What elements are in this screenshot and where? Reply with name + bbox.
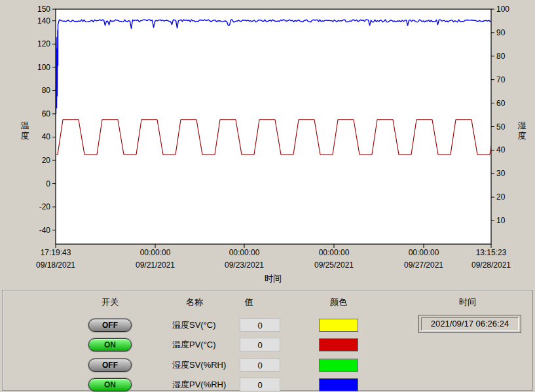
temp-sv-toggle-button[interactable]: OFF (88, 319, 132, 332)
svg-text:17:19:43: 17:19:43 (41, 248, 71, 257)
svg-text:湿: 湿 (518, 120, 526, 130)
column-header-color: 颜色 (330, 296, 347, 308)
svg-text:00:00:00: 00:00:00 (319, 248, 350, 257)
svg-text:温: 温 (21, 120, 29, 130)
svg-text:09/21/2021: 09/21/2021 (136, 260, 175, 270)
svg-text:时间: 时间 (265, 274, 282, 283)
svg-text:100: 100 (37, 63, 50, 72)
channel-color-swatch[interactable] (319, 359, 358, 372)
channel-value-indicator: 0 (240, 358, 280, 372)
svg-text:60: 60 (42, 109, 51, 118)
recorder-app-window: 150140120100806040200-20-401009080706050… (0, 0, 535, 392)
channel-value-indicator: 0 (240, 338, 280, 351)
svg-text:度: 度 (518, 131, 526, 141)
svg-text:09/23/2021: 09/23/2021 (225, 260, 264, 270)
channel-color-swatch[interactable] (319, 338, 358, 351)
svg-text:150: 150 (37, 5, 50, 14)
svg-text:度: 度 (21, 131, 29, 141)
svg-text:70: 70 (496, 75, 506, 84)
channel-value-indicator: 0 (240, 378, 280, 391)
svg-text:0: 0 (46, 179, 50, 188)
column-header-value: 值 (245, 296, 253, 308)
svg-text:90: 90 (496, 28, 506, 37)
svg-text:80: 80 (42, 86, 51, 95)
channel-value-indicator: 0 (240, 318, 280, 332)
svg-text:120: 120 (37, 39, 50, 48)
channel-color-swatch[interactable] (319, 378, 358, 391)
svg-text:13:15:23: 13:15:23 (476, 248, 507, 257)
svg-text:40: 40 (496, 145, 506, 154)
humi-pv-toggle-button[interactable]: ON (88, 378, 132, 391)
svg-text:20: 20 (496, 192, 506, 202)
svg-text:09/27/2021: 09/27/2021 (404, 260, 443, 270)
svg-text:140: 140 (37, 16, 50, 26)
trend-chart: 150140120100806040200-20-401009080706050… (0, 0, 535, 290)
channel-color-swatch[interactable] (319, 319, 358, 332)
svg-text:00:00:00: 00:00:00 (229, 248, 260, 257)
svg-text:80: 80 (496, 52, 506, 61)
svg-text:30: 30 (496, 169, 506, 178)
channel-row-humi-sv: OFF 湿度SV(%RH) 0 (3, 355, 532, 375)
temp-pv-toggle-button[interactable]: ON (88, 338, 132, 351)
svg-text:-20: -20 (39, 202, 51, 211)
humi-sv-toggle-button[interactable]: OFF (88, 359, 132, 372)
svg-text:00:00:00: 00:00:00 (140, 248, 171, 257)
column-header-time: 时间 (459, 296, 476, 308)
svg-text:20: 20 (42, 156, 51, 165)
column-header-switch: 开关 (101, 296, 119, 308)
svg-text:40: 40 (42, 132, 51, 141)
svg-text:09/25/2021: 09/25/2021 (314, 260, 354, 270)
svg-text:00:00:00: 00:00:00 (409, 248, 439, 257)
svg-text:09/28/2021: 09/28/2021 (471, 260, 511, 270)
column-header-name: 名称 (186, 296, 203, 308)
svg-text:10: 10 (496, 216, 506, 225)
datetime-display: 2021/09/17 06:26:24 (418, 315, 521, 333)
datetime-display-value: 2021/09/17 06:26:24 (421, 317, 519, 330)
svg-text:100: 100 (496, 5, 509, 14)
svg-text:09/18/2021: 09/18/2021 (36, 260, 75, 270)
svg-text:50: 50 (496, 122, 506, 132)
trend-chart-area: 150140120100806040200-20-401009080706050… (0, 0, 535, 290)
channel-row-humi-pv: ON 湿度PV(%RH) 0 (3, 375, 532, 392)
svg-text:60: 60 (496, 99, 506, 108)
svg-text:-40: -40 (39, 226, 51, 235)
control-panel: 开关 名称 值 颜色 时间 OFF 温度SV(°C) 0 ON 温度PV(°C)… (2, 290, 533, 391)
channel-row-temp-pv: ON 温度PV(°C) 0 (3, 335, 532, 355)
